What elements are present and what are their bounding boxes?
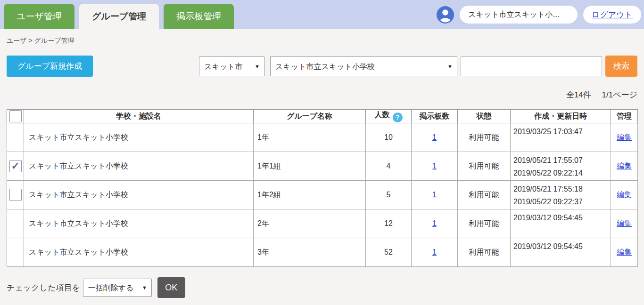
page-indicator: 1/1ページ	[602, 90, 637, 99]
bulk-action-select[interactable]: 一括削除する	[83, 279, 152, 297]
created-date: 2019/03/12 09:54:45	[513, 240, 608, 253]
tab-group-management[interactable]: グループ管理	[79, 4, 159, 29]
boards-cell: 1	[412, 238, 458, 267]
pagination-info: 全14件 1/1ページ	[0, 89, 637, 99]
board-count-link[interactable]: 1	[432, 133, 437, 141]
table-row: スキット市立スキット小学校 1年 10 1 利用可能 2019/03/25 17…	[7, 123, 638, 152]
school-select[interactable]: スキット市立スキット小学校	[270, 56, 457, 76]
help-icon[interactable]: ?	[393, 112, 403, 122]
manage-cell: 編集	[611, 238, 638, 267]
user-name-text: スキット市立スキット小…	[468, 10, 560, 20]
col-header-boards: 掲示板数	[412, 110, 458, 123]
status-cell: 利用可能	[458, 123, 511, 152]
boards-cell: 1	[412, 181, 458, 209]
row-checkbox[interactable]	[9, 189, 22, 201]
table-row: スキット市立スキット小学校 2年 12 1 利用可能 2019/03/12 09…	[7, 209, 638, 238]
status-cell: 利用可能	[458, 152, 511, 181]
school-cell: スキット市立スキット小学校	[24, 209, 254, 238]
header-bar: ユーザ管理 グループ管理 掲示板管理 スキット市立スキット小… ログアウト	[0, 0, 644, 29]
board-count-link[interactable]: 1	[432, 191, 437, 199]
table-row: スキット市立スキット小学校 1年1組 4 1 利用可能 2019/05/21 1…	[7, 152, 638, 181]
table-row: スキット市立スキット小学校 1年2組 5 1 利用可能 2019/05/21 1…	[7, 181, 638, 209]
logout-link[interactable]: ログアウト	[592, 9, 633, 20]
edit-link[interactable]: 編集	[617, 133, 632, 141]
school-select-wrap: スキット市立スキット小学校 ▼	[270, 56, 457, 76]
table-header-row: 学校・施設名 グループ名称 人数? 掲示板数 状態 作成・更新日時 管理	[7, 110, 638, 123]
bulk-action-select-wrap: 一括削除する ▼	[83, 279, 152, 297]
col-header-dates: 作成・更新日時	[511, 110, 611, 123]
members-header-label: 人数	[375, 111, 390, 119]
dates-cell: 2019/05/21 17:55:182019/05/22 09:22:37	[511, 181, 611, 209]
status-cell: 利用可能	[458, 209, 511, 238]
group-cell: 1年	[254, 123, 366, 152]
manage-cell: 編集	[611, 152, 638, 181]
breadcrumb: ユーザ > グループ管理	[7, 37, 644, 45]
checkbox-cell	[7, 209, 24, 238]
edit-link[interactable]: 編集	[617, 248, 632, 256]
city-select[interactable]: スキット市	[199, 56, 264, 76]
members-cell: 5	[366, 181, 412, 209]
header-user-area: スキット市立スキット小… ログアウト	[437, 0, 641, 29]
user-avatar-icon	[437, 6, 454, 24]
created-date: 2019/03/25 17:03:47	[513, 125, 608, 138]
updated-date: 2019/05/22 09:22:37	[513, 195, 608, 208]
toolbar: グループ新規作成 スキット市 ▼ スキット市立スキット小学校 ▼ 検索	[0, 56, 644, 77]
tab-board-management[interactable]: 掲示板管理	[164, 4, 234, 29]
members-cell: 12	[366, 209, 412, 238]
edit-link[interactable]: 編集	[617, 219, 632, 227]
tab-user-management[interactable]: ユーザ管理	[4, 4, 74, 29]
members-cell: 10	[366, 123, 412, 152]
checkbox-cell	[7, 123, 24, 152]
bulk-action-bar: チェックした項目を 一括削除する ▼ OK	[7, 277, 644, 298]
bulk-action-label: チェックした項目を	[7, 282, 80, 293]
total-count: 全14件	[566, 90, 591, 99]
group-table: 学校・施設名 グループ名称 人数? 掲示板数 状態 作成・更新日時 管理 スキッ…	[7, 109, 638, 267]
checkbox-cell	[7, 238, 24, 267]
city-select-wrap: スキット市 ▼	[199, 56, 264, 76]
board-count-link[interactable]: 1	[432, 219, 437, 227]
col-header-school: 学校・施設名	[24, 110, 254, 123]
ok-button[interactable]: OK	[157, 277, 185, 298]
school-cell: スキット市立スキット小学校	[24, 152, 254, 181]
dates-cell: 2019/03/12 09:54:45	[511, 209, 611, 238]
manage-cell: 編集	[611, 209, 638, 238]
checkbox-cell	[7, 152, 24, 181]
search-button[interactable]: 検索	[605, 56, 637, 77]
board-count-link[interactable]: 1	[432, 162, 437, 170]
checkbox-cell	[7, 181, 24, 209]
school-cell: スキット市立スキット小学校	[24, 123, 254, 152]
keyword-input[interactable]	[461, 56, 602, 76]
dates-cell: 2019/03/12 09:54:45	[511, 238, 611, 267]
select-all-cell	[7, 110, 24, 123]
school-cell: スキット市立スキット小学校	[24, 238, 254, 267]
boards-cell: 1	[412, 209, 458, 238]
select-all-checkbox[interactable]	[9, 110, 22, 122]
members-cell: 4	[366, 152, 412, 181]
group-cell: 3年	[254, 238, 366, 267]
tab-bar: ユーザ管理 グループ管理 掲示板管理	[4, 4, 234, 29]
status-cell: 利用可能	[458, 238, 511, 267]
group-cell: 2年	[254, 209, 366, 238]
col-header-status: 状態	[458, 110, 511, 123]
create-group-button[interactable]: グループ新規作成	[7, 56, 93, 77]
boards-cell: 1	[412, 123, 458, 152]
manage-cell: 編集	[611, 181, 638, 209]
members-cell: 52	[366, 238, 412, 267]
created-date: 2019/03/12 09:54:45	[513, 211, 608, 224]
table-row: スキット市立スキット小学校 3年 52 1 利用可能 2019/03/12 09…	[7, 238, 638, 267]
group-cell: 1年2組	[254, 181, 366, 209]
school-cell: スキット市立スキット小学校	[24, 181, 254, 209]
dates-cell: 2019/05/21 17:55:072019/05/22 09:22:14	[511, 152, 611, 181]
created-date: 2019/05/21 17:55:18	[513, 183, 608, 195]
status-cell: 利用可能	[458, 181, 511, 209]
board-count-link[interactable]: 1	[432, 248, 437, 256]
col-header-group: グループ名称	[254, 110, 366, 123]
row-checkbox[interactable]	[9, 160, 22, 172]
edit-link[interactable]: 編集	[617, 162, 632, 170]
col-header-members: 人数?	[366, 110, 412, 123]
edit-link[interactable]: 編集	[617, 191, 632, 199]
user-name-badge: スキット市立スキット小…	[460, 6, 578, 24]
col-header-manage: 管理	[611, 110, 638, 123]
boards-cell: 1	[412, 152, 458, 181]
group-cell: 1年1組	[254, 152, 366, 181]
